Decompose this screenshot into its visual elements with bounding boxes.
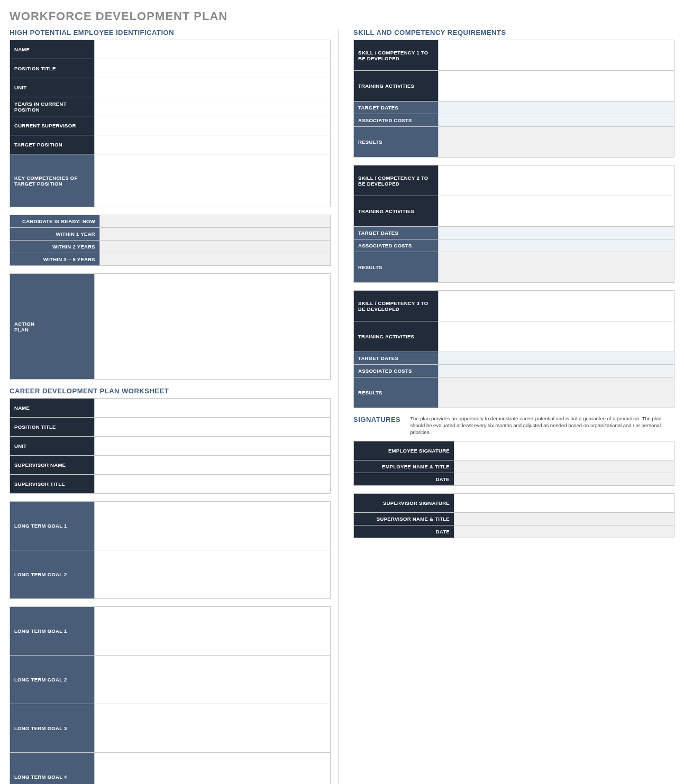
input-target-position[interactable]	[95, 135, 331, 154]
label-costs2: ASSOCIATED COSTS	[354, 239, 439, 252]
input-goal-a1[interactable]	[95, 502, 331, 550]
input-costs3[interactable]	[439, 365, 674, 377]
label-ready-now: CANDIDATE IS READY: NOW	[10, 215, 100, 228]
input-career-unit[interactable]	[95, 437, 331, 456]
input-ready-2yr[interactable]	[100, 241, 331, 253]
input-skill1[interactable]	[439, 40, 674, 71]
label-goal-b2: LONG TERM GOAL 2	[10, 656, 95, 704]
input-training3[interactable]	[439, 321, 674, 352]
label-goal-a1: LONG TERM GOAL 1	[10, 502, 95, 550]
column-left: HIGH POTENTIAL EMPLOYEE IDENTIFICATION N…	[10, 29, 339, 784]
label-emp-date: DATE	[354, 473, 454, 486]
label-supervisor-name: SUPERVISOR NAME	[10, 456, 95, 475]
label-supervisor-title: SUPERVISOR TITLE	[10, 475, 95, 494]
label-emp-sig: EMPLOYEE SIGNATURE	[354, 441, 454, 460]
input-name[interactable]	[95, 40, 331, 59]
label-dates2: TARGET DATES	[354, 227, 439, 239]
input-career-name[interactable]	[95, 399, 331, 418]
input-goal-a2[interactable]	[95, 550, 331, 599]
hipe-basic-table: NAME POSITION TITLE UNIT YEARS IN CURREN…	[10, 40, 331, 207]
label-ready-2yr: WITHIN 2 YEARS	[10, 241, 100, 253]
label-action-plan: ACTION PLAN	[10, 274, 95, 380]
input-costs2[interactable]	[439, 239, 674, 252]
label-skill1: SKILL / COMPETENCY 1 TO BE DEVELOPED	[354, 40, 439, 71]
input-emp-date[interactable]	[454, 473, 674, 486]
input-career-position-title[interactable]	[95, 418, 331, 437]
label-ready-1yr: WITHIN 1 YEAR	[10, 228, 100, 241]
label-current-supervisor: CURRENT SUPERVISOR	[10, 116, 95, 135]
label-costs3: ASSOCIATED COSTS	[354, 365, 439, 377]
input-supervisor-name[interactable]	[95, 456, 331, 475]
label-unit: UNIT	[10, 78, 95, 97]
label-results3: RESULTS	[354, 377, 439, 408]
section-heading-skills: SKILL AND COMPETENCY REQUIREMENTS	[353, 29, 674, 36]
label-sup-sig: SUPERVISOR SIGNATURE	[354, 494, 454, 513]
label-sup-name: SUPERVISOR NAME & TITLE	[354, 513, 454, 525]
input-ready-1yr[interactable]	[100, 228, 331, 241]
label-skill3: SKILL / COMPETENCY 3 TO BE DEVELOPED	[354, 291, 439, 321]
label-emp-name: EMPLOYEE NAME & TITLE	[354, 460, 454, 473]
supervisor-signature-table: SUPERVISOR SIGNATURE SUPERVISOR NAME & T…	[353, 493, 674, 538]
input-supervisor-title[interactable]	[95, 475, 331, 494]
page-title: WORKFORCE DEVELOPMENT PLAN	[10, 10, 674, 23]
label-training2: TRAINING ACTIVITIES	[354, 196, 439, 227]
label-goal-b4: LONG TERM GOAL 4	[10, 753, 95, 785]
input-ready-now[interactable]	[100, 215, 331, 228]
input-position-title[interactable]	[95, 59, 331, 78]
label-target-position: TARGET POSITION	[10, 135, 95, 154]
label-goal-b3: LONG TERM GOAL 3	[10, 704, 95, 753]
input-sup-date[interactable]	[454, 525, 674, 538]
input-results1[interactable]	[439, 127, 674, 158]
label-key-competencies: KEY COMPETENCIES OF TARGET POSITION	[10, 154, 95, 207]
label-career-name: NAME	[10, 399, 95, 418]
label-career-unit: UNIT	[10, 437, 95, 456]
career-basic-table: NAME POSITION TITLE UNIT SUPERVISOR NAME…	[10, 398, 331, 494]
skill-block-1: SKILL / COMPETENCY 1 TO BE DEVELOPED TRA…	[353, 40, 674, 158]
input-skill2[interactable]	[439, 165, 674, 196]
input-training2[interactable]	[439, 196, 674, 227]
input-goal-b3[interactable]	[95, 704, 331, 753]
career-goals-a-table: LONG TERM GOAL 1 LONG TERM GOAL 2	[10, 501, 331, 599]
label-years-in-position: YEARS IN CURRENT POSITION	[10, 97, 95, 116]
label-goal-a2: LONG TERM GOAL 2	[10, 550, 95, 599]
career-goals-b-table: LONG TERM GOAL 1 LONG TERM GOAL 2 LONG T…	[10, 606, 331, 784]
label-training3: TRAINING ACTIVITIES	[354, 321, 439, 352]
label-position-title: POSITION TITLE	[10, 59, 95, 78]
label-training1: TRAINING ACTIVITIES	[354, 71, 439, 102]
input-goal-b1[interactable]	[95, 607, 331, 656]
input-key-competencies[interactable]	[95, 154, 331, 207]
input-current-supervisor[interactable]	[95, 116, 331, 135]
hipe-readiness-table: CANDIDATE IS READY: NOW WITHIN 1 YEAR WI…	[10, 215, 331, 266]
label-name: NAME	[10, 40, 95, 59]
label-costs1: ASSOCIATED COSTS	[354, 114, 439, 127]
input-emp-name[interactable]	[454, 460, 674, 473]
input-unit[interactable]	[95, 78, 331, 97]
input-costs1[interactable]	[439, 114, 674, 127]
input-results2[interactable]	[439, 252, 674, 283]
label-dates3: TARGET DATES	[354, 352, 439, 365]
label-ready-3-5yr: WITHIN 3 – 5 YEARS	[10, 253, 100, 266]
input-sup-name[interactable]	[454, 513, 674, 525]
column-right: SKILL AND COMPETENCY REQUIREMENTS SKILL …	[353, 29, 674, 784]
input-training1[interactable]	[439, 71, 674, 102]
section-heading-hipe: HIGH POTENTIAL EMPLOYEE IDENTIFICATION	[10, 29, 331, 36]
input-goal-b4[interactable]	[95, 753, 331, 785]
section-heading-career: CAREER DEVELOPMENT PLAN WORKSHEET	[10, 387, 331, 395]
input-dates2[interactable]	[439, 227, 674, 239]
section-heading-signatures: SIGNATURES	[353, 416, 400, 423]
input-years-in-position[interactable]	[95, 97, 331, 116]
employee-signature-table: EMPLOYEE SIGNATURE EMPLOYEE NAME & TITLE…	[353, 441, 674, 486]
input-results3[interactable]	[439, 377, 674, 408]
input-action-plan[interactable]	[95, 274, 331, 380]
input-skill3[interactable]	[439, 291, 674, 321]
label-sup-date: DATE	[354, 525, 454, 538]
label-career-position-title: POSITION TITLE	[10, 418, 95, 437]
input-ready-3-5yr[interactable]	[100, 253, 331, 266]
signatures-note: The plan provides an opportunity to demo…	[410, 416, 674, 436]
label-dates1: TARGET DATES	[354, 102, 439, 114]
input-dates3[interactable]	[439, 352, 674, 365]
input-emp-sig[interactable]	[454, 441, 674, 460]
input-dates1[interactable]	[439, 102, 674, 114]
input-goal-b2[interactable]	[95, 656, 331, 704]
input-sup-sig[interactable]	[454, 494, 674, 513]
